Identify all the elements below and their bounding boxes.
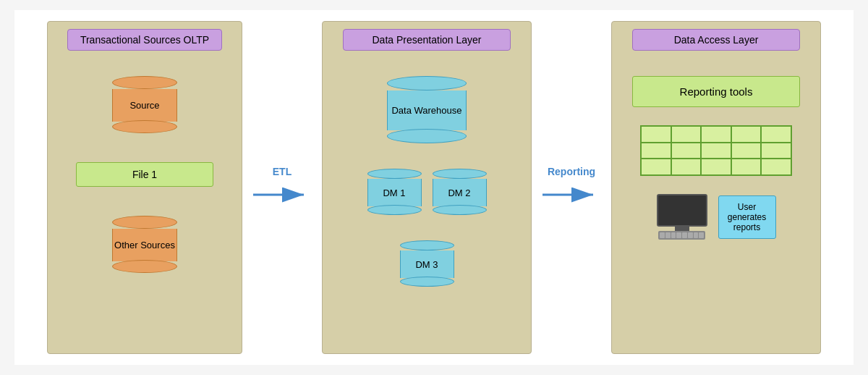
cell-5 bbox=[761, 126, 791, 143]
left-panel: Transactional Sources OLTP Source File 1… bbox=[47, 21, 242, 354]
left-items: Source File 1 Other Sources bbox=[59, 69, 231, 280]
reporting-arrow-area: Reporting bbox=[532, 21, 611, 354]
right-items: Reporting tools bbox=[623, 69, 809, 240]
cell-10 bbox=[761, 143, 791, 159]
cell-1 bbox=[641, 126, 671, 143]
cell-6 bbox=[641, 143, 671, 159]
right-panel-header: Data Access Layer bbox=[632, 29, 800, 51]
cell-9 bbox=[731, 143, 762, 159]
reporting-tools-box: Reporting tools bbox=[632, 76, 800, 107]
keyboard bbox=[658, 231, 705, 240]
cell-7 bbox=[671, 143, 702, 159]
source-cyl-mid: Source bbox=[112, 89, 177, 122]
cell-13 bbox=[701, 159, 731, 175]
dm3-cyl-mid: DM 3 bbox=[400, 250, 454, 278]
reporting-arrow-label: Reporting bbox=[548, 166, 595, 177]
cell-15 bbox=[761, 159, 791, 175]
cell-12 bbox=[671, 159, 702, 175]
dm1-label: DM 1 bbox=[383, 188, 405, 198]
cell-8 bbox=[701, 143, 731, 159]
source-cylinder: Source bbox=[112, 76, 177, 133]
key-2 bbox=[665, 232, 671, 238]
computer-icon bbox=[657, 194, 707, 240]
etl-arrow-area: ETL bbox=[242, 21, 322, 354]
dw-cyl-mid: Data Warehouse bbox=[387, 90, 467, 130]
monitor bbox=[657, 194, 707, 227]
key-7 bbox=[694, 232, 699, 238]
cell-4 bbox=[731, 126, 762, 143]
dm1-cyl-mid: DM 1 bbox=[367, 179, 422, 206]
key-1 bbox=[660, 232, 665, 238]
dm2-cyl-mid: DM 2 bbox=[433, 179, 487, 206]
dm-row-top: DM 1 DM 2 bbox=[367, 161, 487, 222]
reporting-arrow-svg bbox=[539, 180, 604, 209]
dm1-cylinder: DM 1 bbox=[367, 169, 422, 215]
source-cyl-top bbox=[112, 76, 177, 89]
middle-items: Data Warehouse DM 1 DM 2 bbox=[333, 69, 520, 294]
other-cyl-top bbox=[112, 216, 177, 229]
user-generates-reports-box: User generates reports bbox=[718, 195, 776, 239]
cell-2 bbox=[671, 126, 702, 143]
dm1-cyl-top bbox=[367, 169, 422, 179]
dm3-label: DM 3 bbox=[415, 259, 438, 270]
dm3-cyl-top bbox=[400, 240, 454, 250]
dm2-cyl-bot bbox=[433, 205, 487, 215]
middle-panel: Data Presentation Layer Data Warehouse D… bbox=[322, 21, 532, 354]
key-6 bbox=[688, 232, 693, 238]
key-5 bbox=[682, 232, 687, 238]
right-panel: Data Access Layer Reporting tools bbox=[611, 21, 821, 354]
diagram-wrapper: Transactional Sources OLTP Source File 1… bbox=[14, 10, 854, 365]
other-cyl-bot bbox=[112, 260, 177, 273]
cell-14 bbox=[731, 159, 762, 175]
other-sources-label: Other Sources bbox=[114, 240, 175, 250]
dm1-cyl-bot bbox=[367, 205, 422, 215]
key-8 bbox=[699, 232, 704, 238]
source-cyl-bot bbox=[112, 120, 177, 133]
cell-3 bbox=[701, 126, 731, 143]
source-label: Source bbox=[129, 100, 159, 111]
cell-11 bbox=[641, 159, 671, 175]
dm2-label: DM 2 bbox=[448, 188, 470, 198]
dm3-cyl-bot bbox=[400, 277, 454, 287]
key-4 bbox=[676, 232, 681, 238]
other-cyl-mid: Other Sources bbox=[112, 229, 177, 261]
other-sources-cylinder: Other Sources bbox=[112, 216, 177, 273]
dm3-cylinder: DM 3 bbox=[400, 240, 454, 287]
etl-arrow-svg bbox=[250, 180, 315, 209]
dm2-cylinder: DM 2 bbox=[433, 169, 487, 215]
file1-box: File 1 bbox=[76, 162, 213, 187]
left-panel-header: Transactional Sources OLTP bbox=[67, 29, 222, 51]
dm2-cyl-top bbox=[433, 169, 487, 179]
computer-area: User generates reports bbox=[657, 194, 776, 240]
data-warehouse-label: Data Warehouse bbox=[391, 105, 461, 116]
etl-label: ETL bbox=[273, 166, 292, 177]
data-warehouse-cylinder: Data Warehouse bbox=[387, 76, 467, 143]
dw-cyl-top bbox=[387, 76, 467, 90]
grid-table bbox=[640, 125, 792, 176]
dw-cyl-bot bbox=[387, 129, 467, 143]
key-3 bbox=[671, 232, 676, 238]
middle-panel-header: Data Presentation Layer bbox=[343, 29, 511, 51]
